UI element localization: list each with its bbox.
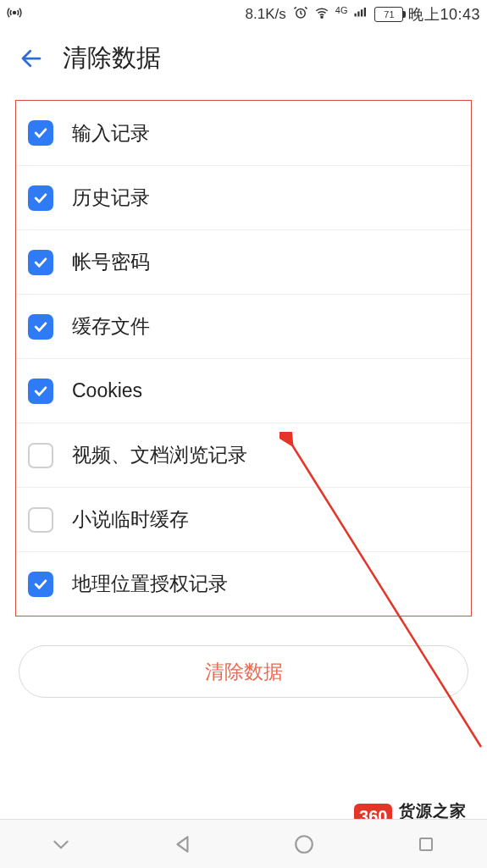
option-row[interactable]: Cookies xyxy=(16,358,471,423)
checkbox-checked-icon[interactable] xyxy=(28,572,53,597)
nav-home-button[interactable] xyxy=(287,827,321,861)
checkbox-unchecked-icon[interactable] xyxy=(28,443,53,468)
options-list: 输入记录历史记录帐号密码缓存文件Cookies视频、文档浏览记录小说临时缓存地理… xyxy=(15,100,472,616)
option-row[interactable]: 视频、文档浏览记录 xyxy=(16,423,471,487)
network-type: 4G xyxy=(335,6,348,15)
page-title: 清除数据 xyxy=(63,41,161,75)
clear-data-button[interactable]: 清除数据 xyxy=(19,645,468,698)
option-row[interactable]: 历史记录 xyxy=(16,165,471,229)
clear-data-label: 清除数据 xyxy=(205,659,283,685)
clock: 晚上10:43 xyxy=(408,4,480,25)
svg-point-0 xyxy=(14,11,16,14)
checkbox-checked-icon[interactable] xyxy=(28,379,53,404)
option-label: 缓存文件 xyxy=(72,313,150,340)
checkbox-checked-icon[interactable] xyxy=(28,120,53,146)
checkbox-checked-icon[interactable] xyxy=(28,314,53,340)
svg-rect-3 xyxy=(355,13,357,16)
option-label: 小说临时缓存 xyxy=(72,506,189,533)
network-speed: 8.1K/s xyxy=(246,6,286,23)
checkbox-checked-icon[interactable] xyxy=(28,250,53,275)
alarm-icon xyxy=(293,5,308,25)
option-row[interactable]: 帐号密码 xyxy=(16,229,471,294)
checkbox-unchecked-icon[interactable] xyxy=(28,507,53,533)
checkbox-checked-icon[interactable] xyxy=(28,185,53,211)
back-button[interactable] xyxy=(17,44,46,73)
wifi-icon xyxy=(313,5,330,25)
svg-point-2 xyxy=(321,16,323,18)
svg-point-8 xyxy=(296,836,313,853)
option-label: 输入记录 xyxy=(72,120,150,147)
nav-recent-button[interactable] xyxy=(409,827,443,861)
option-label: 视频、文档浏览记录 xyxy=(72,442,247,468)
signal-icon xyxy=(352,5,369,25)
svg-rect-5 xyxy=(361,9,362,16)
option-label: 帐号密码 xyxy=(72,249,150,275)
svg-rect-4 xyxy=(358,11,360,16)
svg-rect-9 xyxy=(420,838,432,850)
page-header: 清除数据 xyxy=(0,29,487,88)
hotspot-icon xyxy=(7,5,22,25)
svg-rect-6 xyxy=(364,8,366,17)
option-row[interactable]: 输入记录 xyxy=(16,101,471,165)
option-label: 地理位置授权记录 xyxy=(72,571,228,597)
watermark-text-cn: 货源之家 xyxy=(399,803,480,821)
battery-icon: 71 xyxy=(374,7,403,22)
nav-hide-button[interactable] xyxy=(44,827,78,861)
nav-back-button[interactable] xyxy=(166,827,200,861)
option-row[interactable]: 地理位置授权记录 xyxy=(16,551,471,616)
option-row[interactable]: 缓存文件 xyxy=(16,294,471,358)
option-label: 历史记录 xyxy=(72,185,150,211)
system-nav-bar xyxy=(0,819,487,868)
status-bar: 8.1K/s 4G 71 晚上10:43 xyxy=(0,0,487,29)
option-row[interactable]: 小说临时缓存 xyxy=(16,487,471,551)
option-label: Cookies xyxy=(72,379,142,402)
